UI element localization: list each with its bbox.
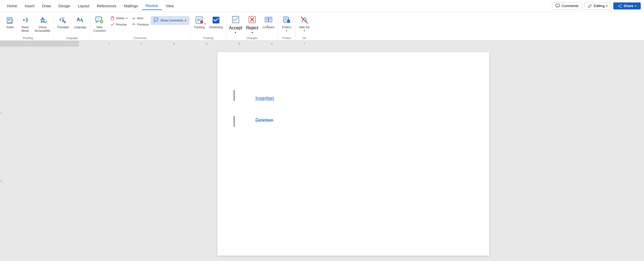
translate-icon: A あ: [58, 15, 68, 25]
next-icon: [131, 16, 136, 21]
proofing-group-label: Proofing: [3, 37, 52, 40]
comments-label: Comments: [561, 4, 579, 8]
previous-icon: [131, 22, 136, 27]
reject-split-button[interactable]: Reject ▾: [244, 14, 260, 35]
svg-text:あ: あ: [62, 19, 65, 22]
tracking-button[interactable]: Tracking ▾: [192, 14, 207, 30]
ruler-main: 1 2 3 4 5 6 7: [79, 41, 644, 47]
language-button[interactable]: A A a Language: [72, 14, 89, 30]
document-area: 1 2 Insertion Deletion: [0, 47, 644, 261]
protect-label: Protect: [282, 26, 291, 29]
svg-point-1: [621, 4, 621, 5]
svg-text:A: A: [77, 17, 80, 22]
reject-button-main[interactable]: Reject: [244, 14, 260, 31]
reviewing-icon: [211, 15, 221, 25]
share-icon: [618, 4, 622, 8]
vruler-1: 1: [1, 112, 2, 114]
ruler-mark-3: 3: [173, 42, 175, 45]
accept-label: Accept: [229, 26, 242, 30]
protect-button[interactable]: Protect ▾: [279, 14, 294, 33]
translate-label: Translate: [57, 26, 69, 29]
ink-group-label: Ink: [297, 37, 312, 40]
accept-icon: [231, 15, 240, 25]
delete-label: Delete: [116, 17, 125, 20]
resolve-icon: [110, 22, 115, 27]
accept-button-main[interactable]: Accept: [227, 14, 244, 31]
svg-rect-0: [556, 4, 559, 7]
menu-view[interactable]: View: [162, 2, 178, 10]
read-aloud-button[interactable]: Read Aloud: [18, 14, 32, 33]
editing-dropdown-icon: ▾: [606, 5, 608, 7]
language-group-label: Language: [55, 37, 89, 40]
menu-bar: Home Insert Draw Design Layout Reference…: [0, 0, 644, 12]
title-bar-actions: Comments Editing ▾ Share ▾: [552, 2, 641, 10]
ruler-mark-7: 7: [304, 42, 305, 45]
check-accessibility-button[interactable]: Check Accessibility: [33, 14, 52, 33]
compare-label: Compare: [263, 26, 274, 29]
delete-icon: [110, 16, 115, 21]
compare-button[interactable]: Compare ▾: [261, 14, 277, 33]
svg-point-27: [288, 21, 289, 22]
editor-button[interactable]: abc 123 Editor: [3, 14, 17, 30]
reviewing-label: Reviewing: [210, 26, 223, 29]
menu-insert[interactable]: Insert: [21, 2, 38, 10]
menu-references[interactable]: References: [93, 2, 120, 10]
editing-label: Editing: [594, 4, 605, 8]
comments-button[interactable]: Comments: [552, 2, 582, 10]
ruler-mark-6: 6: [271, 42, 273, 45]
menu-home[interactable]: Home: [3, 2, 21, 10]
ribbon: abc 123 Editor Read Al: [0, 12, 644, 41]
page: Insertion Deletion: [217, 52, 489, 256]
next-label: Next: [137, 17, 143, 20]
resolve-button[interactable]: Resolve: [108, 21, 129, 27]
reject-icon: [248, 15, 257, 25]
svg-text:123: 123: [10, 22, 13, 24]
ruler-mark-4: 4: [206, 42, 207, 45]
svg-rect-15: [111, 17, 114, 20]
reject-dropdown[interactable]: ▾: [250, 31, 255, 35]
doc-main[interactable]: Insertion Deletion: [79, 47, 628, 261]
delete-dropdown-icon: ▾: [126, 17, 127, 20]
share-button[interactable]: Share ▾: [613, 2, 641, 9]
tracking-group-label: Tracking: [192, 37, 225, 40]
comment-actions: Delete ▾ Resolve: [108, 14, 129, 27]
menu-design[interactable]: Design: [55, 2, 74, 10]
reviewing-button[interactable]: Reviewing: [207, 14, 225, 30]
menu-review[interactable]: Review: [142, 2, 162, 10]
accept-split-button[interactable]: Accept ▾: [227, 14, 244, 35]
accept-dropdown[interactable]: ▾: [233, 31, 238, 35]
show-comments-icon: [154, 18, 159, 24]
protect-icon: [282, 15, 292, 25]
new-comment-button[interactable]: New Comment: [91, 14, 108, 33]
next-button[interactable]: Next: [130, 15, 151, 21]
ribbon-groups: abc 123 Editor Read Al: [2, 13, 642, 40]
doc-right-panel: [628, 47, 644, 261]
show-comments-label: Show Comments: [160, 19, 183, 22]
ink-group: Hide Ink ▾ Ink: [296, 13, 313, 40]
new-comment-label: New Comment: [93, 26, 106, 32]
menu-draw[interactable]: Draw: [38, 2, 55, 10]
vruler-2: 2: [1, 180, 2, 182]
previous-button[interactable]: Previous: [130, 21, 151, 27]
share-label: Share: [624, 4, 633, 8]
show-comments-button[interactable]: Show Comments ▾: [151, 16, 189, 25]
deletion-text: Deletion: [255, 117, 467, 123]
show-comments-dropdown-icon: ▾: [185, 19, 186, 22]
protect-content: Protect ▾: [279, 13, 294, 37]
translate-button[interactable]: A あ Translate: [55, 14, 71, 30]
svg-rect-23: [269, 17, 272, 22]
resolve-label: Resolve: [116, 23, 127, 26]
hide-ink-button[interactable]: Hide Ink ▾: [297, 14, 312, 33]
delete-button[interactable]: Delete ▾: [108, 15, 129, 21]
read-aloud-icon: [20, 15, 30, 25]
hide-ink-label: Hide Ink: [299, 26, 310, 29]
ruler-left-margin: [0, 41, 79, 47]
language-group: A あ Translate A A: [54, 13, 90, 40]
comments-content: New Comment Delete ▾: [91, 13, 189, 37]
menu-mailings[interactable]: Mailings: [120, 2, 142, 10]
previous-label: Previous: [137, 23, 149, 26]
editing-button[interactable]: Editing ▾: [584, 2, 611, 10]
horizontal-ruler: 1 2 3 4 5 6 7: [0, 41, 644, 47]
menu-layout[interactable]: Layout: [74, 2, 93, 10]
insertion-text: Insertion: [255, 96, 467, 101]
